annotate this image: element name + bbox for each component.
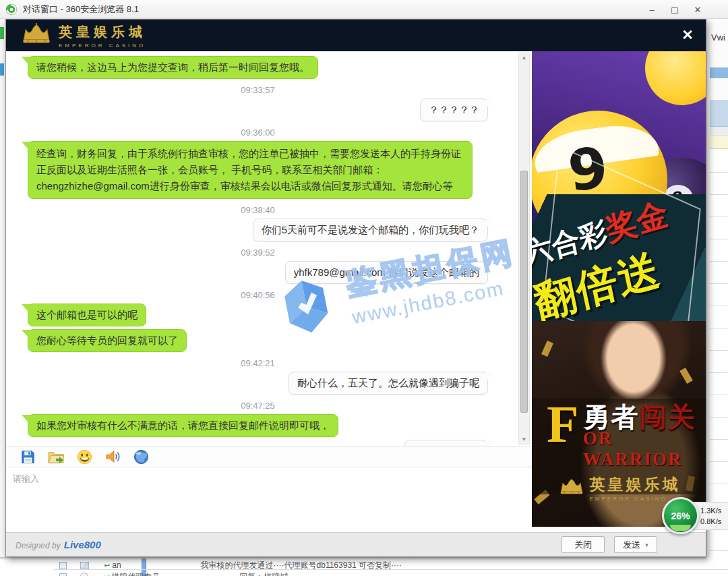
send-button-label: 发送 — [623, 539, 640, 551]
row-message: 回复：棋牌城 — [239, 571, 288, 576]
yellow-ball-decoration — [645, 51, 706, 105]
background-table-header — [710, 67, 728, 78]
bubble-text: yhfk789@gmail.com 你们说发这个邮箱的 — [294, 266, 479, 278]
banner-brand-cn: 英皇娱乐城 — [590, 474, 681, 495]
background-page-right-strip: Vwi — [706, 19, 728, 576]
close-chat-icon[interactable]: ✕ — [679, 26, 696, 44]
bubble-tail — [486, 440, 494, 446]
background-fragment-text: Vwi — [711, 32, 725, 42]
chat-timestamp: 09:40:56 — [21, 290, 495, 300]
chat-bubble-visitor: yhfk789@gmail.com 你们说发这个邮箱的 — [285, 261, 488, 284]
scroll-up-icon[interactable]: ▲ — [519, 55, 529, 61]
chat-message-row: 您耐心等待专员的回复就可以了 — [21, 329, 495, 352]
web-browse-icon[interactable] — [133, 449, 150, 465]
file-transfer-icon[interactable] — [48, 449, 65, 465]
bubble-text: ？？？？？ — [429, 104, 479, 115]
save-icon[interactable] — [20, 449, 36, 465]
chat-message-area: 请您稍候，这边马上为您提交查询，稍后第一时间回复您哦。09:33:57？？？？？… — [6, 51, 532, 446]
chat-bubble-agent: 您耐心等待专员的回复就可以了 — [28, 329, 187, 352]
bubble-text: 经查询，财务回复，由于系统例行抽查审核，您的注单已被抽中，需要您发送本人的手持身… — [36, 148, 461, 192]
bubble-tail — [486, 99, 494, 109]
progress-percent: 26% — [671, 511, 690, 521]
chat-bubble-agent: 如果您对审核有什么不满意的话，请您直接回复邮件说明即可哦， — [28, 414, 338, 437]
chat-bubble-visitor: ？？？？？ — [420, 98, 488, 121]
chat-bubble-agent: 这个邮箱也是可以的呢 — [28, 304, 146, 326]
chat-messages: 请您稍候，这边马上为您提交查询，稍后第一时间回复您哦。09:33:57？？？？？… — [6, 51, 532, 446]
emoticon-icon[interactable] — [76, 449, 93, 465]
bubble-text: 这个邮箱也是可以的呢 — [36, 309, 138, 320]
chat-message-row: 如果您对审核有什么不满意的话，请您直接回复邮件说明即可哦， — [21, 414, 495, 437]
row-label: an — [112, 560, 121, 570]
banner-brand-en: EMPEROR CASINO — [590, 496, 681, 502]
brand-name-cn: 英皇娱乐城 — [59, 23, 146, 41]
chat-message-row: 请您稍候，这边马上为您提交查询，稍后第一时间回复您哦。 — [21, 56, 495, 79]
bubble-tail — [486, 262, 494, 272]
message-input[interactable] — [6, 469, 532, 534]
designed-by: Designed byLive800 — [16, 539, 101, 550]
bubble-text: 您耐心等待专员的回复就可以了 — [36, 335, 178, 346]
scrollbar-thumb[interactable] — [520, 171, 528, 413]
background-fragment-blue — [0, 63, 4, 76]
bubble-tail — [22, 304, 30, 314]
live800-brand: Live800 — [64, 539, 101, 550]
chat-bubble-visitor: 耐心什么，五天了。怎么就像遇到骗子呢 — [289, 372, 488, 395]
sound-icon[interactable] — [104, 449, 121, 465]
download-speed: 0.8K/s — [700, 517, 721, 525]
browser-360-icon — [5, 3, 18, 16]
close-button[interactable]: 关闭 — [562, 536, 605, 553]
chat-dialog-window: 英皇娱乐城 EMPEROR CASINO ✕ 请您稍候，这边马上为您提交查询，稍… — [5, 19, 706, 557]
background-table-row-highlight — [710, 136, 728, 149]
casino-header: 英皇娱乐城 EMPEROR CASINO ✕ — [6, 20, 706, 51]
bubble-tail — [486, 372, 494, 382]
window-title: 对话窗口 - 360安全浏览器 8.1 — [23, 3, 139, 16]
designed-by-label: Designed by — [16, 541, 61, 550]
chat-bubble-agent: 经查询，财务回复，由于系统例行抽查审核，您的注单已被抽中，需要您发送本人的手持身… — [28, 141, 473, 199]
chat-scrollbar[interactable]: ▲ ▼ — [518, 53, 530, 444]
chat-message-row: 耐心什么，五天了。怎么就像遇到骗子呢 — [21, 372, 495, 395]
chat-bubble-agent: 请您稍候，这边马上为您提交查询，稍后第一时间回复您哦。 — [28, 56, 318, 79]
background-table-row — [710, 127, 728, 136]
checkbox[interactable] — [59, 573, 67, 576]
bubble-text: 耐心什么，五天了。怎么就像遇到骗子呢 — [297, 377, 479, 388]
row-label: 棋牌代理专员 — [111, 571, 160, 576]
background-page-bottom-strip: ↩ an 我审核的代理发通过····代理账号db1163931 可否复制····… — [0, 557, 728, 576]
scroll-down-icon[interactable]: ▼ — [519, 436, 529, 442]
chat-toolbar — [6, 446, 532, 467]
chat-message-row: 经查询，财务回复，由于系统例行抽查审核，您的注单已被抽中，需要您发送本人的手持身… — [21, 141, 495, 199]
chat-timestamp: 09:33:57 — [21, 85, 495, 95]
chat-timestamp: 09:39:52 — [21, 248, 495, 258]
chat-timestamp: 09:47:25 — [21, 401, 495, 411]
row-divider — [54, 569, 728, 570]
bubble-text: 请您稍候，这边马上为您提交查询，稍后第一时间回复您哦。 — [36, 61, 309, 73]
bubble-text: 如果您对审核有什么不满意的话，请您直接回复邮件说明即可哦， — [36, 420, 330, 431]
bubble-tail — [22, 142, 30, 152]
crown-logo-icon — [559, 478, 584, 499]
chat-message-row: 你们5天前可不是说发这个邮箱的，你们玩我吧？ — [21, 219, 495, 241]
maximize-button[interactable]: ▢ — [663, 0, 686, 19]
checkbox[interactable] — [59, 562, 67, 569]
chat-timestamp: 09:36:00 — [21, 127, 495, 138]
background-fragment-green — [0, 27, 4, 39]
crown-logo-icon — [21, 23, 52, 49]
send-options-caret-icon: ▾ — [645, 542, 648, 548]
chat-timestamp: 09:42:21 — [21, 358, 495, 368]
browser-titlebar: 对话窗口 - 360安全浏览器 8.1 – ▢ ✕ — [0, 0, 728, 19]
overlay-letter-f: F — [547, 403, 579, 446]
close-window-button[interactable]: ✕ — [686, 0, 709, 19]
minimize-button[interactable]: – — [640, 0, 663, 19]
bubble-tail — [22, 330, 30, 340]
banner-overlay-band: F 勇者闯关 OR WARRIOR 英皇娱乐城 — [532, 399, 706, 494]
image-icon — [80, 562, 89, 569]
message-input-area — [6, 469, 532, 534]
overlay-for-warrior: OR WARRIOR — [583, 428, 706, 470]
send-button[interactable]: 发送 ▾ — [614, 536, 657, 553]
bubble-tail — [486, 219, 494, 229]
chat-message-row: ？？？？？ — [21, 98, 495, 121]
casino-brand: 英皇娱乐城 EMPEROR CASINO — [21, 23, 146, 49]
chat-timestamp: 09:38:40 — [21, 205, 495, 215]
upload-speed: 1.3K/s — [700, 507, 721, 515]
brand-name-en: EMPEROR CASINO — [59, 42, 146, 49]
casino-ad-banner[interactable]: 8 9 六合彩奖金 翻倍送 F — [532, 51, 706, 527]
reply-arrow-icon: ↩ — [104, 561, 110, 570]
download-progress-badge[interactable]: 26% — [662, 497, 699, 534]
